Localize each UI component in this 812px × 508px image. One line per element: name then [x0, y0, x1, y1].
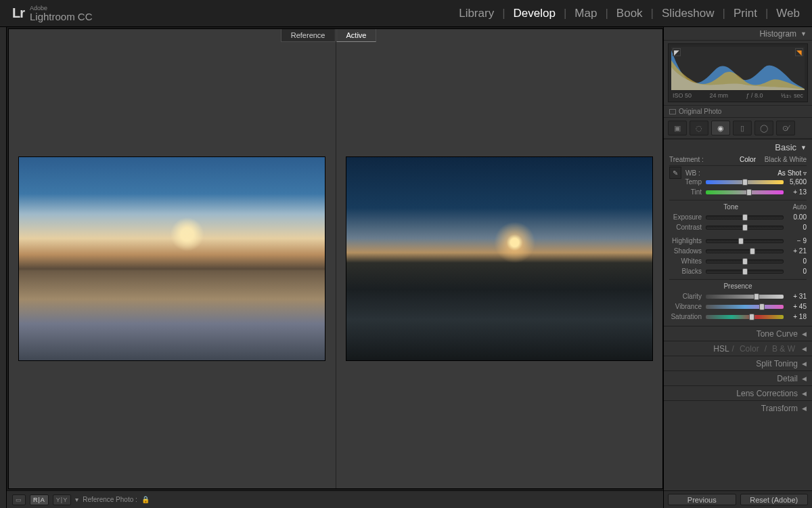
hsl-panel[interactable]: HSL/Color/B & W◀ [664, 341, 812, 356]
logo-lr: Lr [12, 5, 24, 21]
reference-photo-label: Reference Photo : [83, 496, 137, 503]
wb-select[interactable]: As Shot ▿ [777, 169, 807, 177]
tone-curve-panel[interactable]: Tone Curve◀ [664, 326, 812, 341]
basic-panel: Treatment : Color Black & White ✎ WB : A… [664, 155, 812, 326]
histogram-title: Histogram [759, 29, 796, 39]
reference-pane[interactable]: Reference [9, 29, 336, 488]
view-mode-loupe[interactable]: ▭ [12, 494, 26, 505]
temp-slider[interactable]: Temp 5,600 [669, 177, 807, 187]
original-photo-label: Original Photo [679, 108, 721, 115]
view-mode-reference[interactable]: R|A [30, 494, 49, 505]
clarity-slider[interactable]: Clarity+ 31 [669, 291, 807, 301]
auto-tone-button[interactable]: Auto [792, 203, 807, 211]
histogram-meta: ISO 50 24 mm ƒ / 8.0 ¹⁄₁₂₅ sec [671, 90, 805, 99]
wb-row: ✎ WB : As Shot ▿ [669, 166, 807, 177]
treatment-row: Treatment : Color Black & White [669, 155, 807, 166]
checkbox-icon[interactable] [669, 109, 676, 114]
active-label: Active [336, 29, 377, 42]
treatment-label: Treatment : [669, 156, 704, 163]
workspace: Reference Active ▭ R|A Y|Y ▾ Reference P… [0, 27, 812, 508]
chevron-down-icon[interactable]: ▾ [75, 496, 78, 503]
tint-slider[interactable]: Tint + 13 [669, 187, 807, 197]
whites-slider[interactable]: Whites0 [669, 256, 807, 266]
lock-icon[interactable]: 🔒 [141, 496, 150, 503]
treatment-color[interactable]: Color [740, 156, 756, 163]
brand-block: Adobe Lightroom CC [30, 5, 93, 22]
vibrance-slider[interactable]: Vibrance+ 45 [669, 301, 807, 312]
brand-product: Lightroom CC [30, 12, 93, 22]
module-map[interactable]: Map [574, 7, 597, 20]
meta-shutter: ¹⁄₁₂₅ sec [781, 92, 803, 99]
treatment-bw[interactable]: Black & White [765, 156, 807, 163]
blacks-slider[interactable]: Blacks0 [669, 266, 807, 276]
reference-label: Reference [281, 29, 336, 42]
tone-subhead: Tone Auto [669, 200, 807, 212]
right-panel: Histogram▼ ◤ ◥ ISO 50 24 mm ƒ / 8.0 ¹⁄₁₂… [663, 27, 812, 508]
meta-focal: 24 mm [709, 92, 728, 99]
meta-iso: ISO 50 [673, 92, 692, 99]
meta-aperture: ƒ / 8.0 [746, 92, 763, 99]
saturation-slider[interactable]: Saturation+ 18 [669, 312, 807, 322]
module-slideshow[interactable]: Slideshow [662, 7, 715, 20]
basic-title: Basic [775, 142, 796, 152]
shadow-clip-icon[interactable]: ◤ [673, 48, 681, 56]
previous-button[interactable]: Previous [668, 494, 736, 505]
basic-header[interactable]: Basic▼ [664, 139, 812, 155]
histogram-header[interactable]: Histogram▼ [664, 27, 812, 41]
gradient-tool[interactable]: ▯ [733, 121, 752, 135]
wb-label: WB : [685, 169, 700, 177]
active-pane[interactable]: Active [336, 29, 663, 488]
eyedropper-icon[interactable]: ✎ [669, 167, 681, 179]
module-book[interactable]: Book [616, 7, 643, 20]
module-web[interactable]: Web [776, 7, 800, 20]
top-bar: Lr Adobe Lightroom CC Library| Develop| … [0, 0, 812, 27]
crop-tool[interactable]: ▣ [668, 121, 687, 135]
exposure-slider[interactable]: Exposure0.00 [669, 212, 807, 222]
view-mode-before-after[interactable]: Y|Y [53, 494, 71, 505]
right-panel-footer: Previous Reset (Adobe) [664, 490, 812, 508]
highlight-clip-icon[interactable]: ◥ [795, 48, 803, 56]
transform-panel[interactable]: Transform◀ [664, 400, 812, 415]
histogram-box: ◤ ◥ ISO 50 24 mm ƒ / 8.0 ¹⁄₁₂₅ sec [668, 43, 808, 102]
module-picker: Library| Develop| Map| Book| Slideshow| … [459, 7, 800, 20]
redeye-tool[interactable]: ◉ [711, 121, 730, 135]
left-panel-collapsed[interactable] [0, 27, 7, 508]
lens-corrections-panel[interactable]: Lens Corrections◀ [664, 385, 812, 400]
split-toning-panel[interactable]: Split Toning◀ [664, 356, 812, 371]
presence-subhead: Presence [669, 279, 807, 291]
contrast-slider[interactable]: Contrast0 [669, 222, 807, 232]
spot-tool[interactable]: ◌ [690, 121, 708, 135]
compare-viewer: Reference Active [8, 28, 663, 489]
viewer-toolbar: ▭ R|A Y|Y ▾ Reference Photo : 🔒 [7, 490, 663, 508]
highlights-slider[interactable]: Highlights− 9 [669, 236, 807, 246]
active-image[interactable] [346, 156, 653, 361]
reset-button[interactable]: Reset (Adobe) [740, 494, 809, 505]
shadows-slider[interactable]: Shadows+ 21 [669, 246, 807, 256]
original-photo-row[interactable]: Original Photo [664, 105, 812, 117]
radial-tool[interactable]: ◯ [754, 121, 773, 135]
detail-panel[interactable]: Detail◀ [664, 371, 812, 385]
module-library[interactable]: Library [459, 7, 494, 20]
module-develop[interactable]: Develop [514, 7, 556, 20]
brush-tool[interactable]: ⊙⁄ [776, 121, 795, 135]
module-print[interactable]: Print [734, 7, 757, 20]
reference-image[interactable] [18, 156, 325, 361]
local-tools: ▣ ◌ ◉ ▯ ◯ ⊙⁄ [664, 117, 812, 139]
histogram-graph[interactable]: ◤ ◥ [671, 47, 805, 90]
